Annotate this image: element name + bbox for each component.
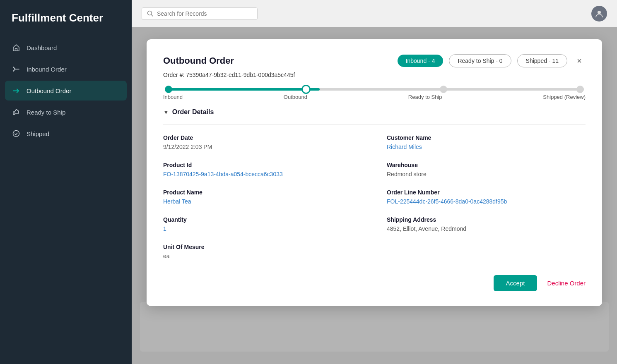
quantity-value: 1 — [163, 225, 362, 232]
badge-ready[interactable]: Ready to Ship - 0 — [449, 54, 511, 67]
label-inbound: Inbound — [163, 94, 183, 100]
search-box[interactable] — [142, 7, 258, 20]
sidebar-item-shipped-label: Shipped — [27, 130, 49, 137]
sidebar-item-outbound[interactable]: Outbound Order — [5, 81, 127, 101]
modal-title: Outbound Order — [163, 55, 234, 66]
step-outbound — [301, 85, 311, 94]
customer-value: Richard Miles — [387, 144, 586, 150]
modal: Outbound Order Inbound - 4 Ready to Ship… — [147, 39, 602, 306]
topbar — [132, 0, 617, 27]
modal-header-right: Inbound - 4 Ready to Ship - 0 Shipped - … — [398, 54, 586, 67]
detail-warehouse: Warehouse Redmond store — [387, 162, 586, 177]
quantity-label: Quantity — [163, 216, 362, 223]
sidebar-item-dashboard-label: Dashboard — [27, 44, 57, 51]
order-id-label: Order #: — [163, 72, 184, 78]
product-id-label: Product Id — [163, 162, 362, 168]
order-line-value: FOL-225444dc-26f5-4666-8da0-0ac4288df95b — [387, 198, 586, 205]
inbound-icon — [12, 65, 21, 74]
outbound-icon — [12, 86, 21, 95]
search-input[interactable] — [157, 10, 252, 17]
sidebar: Fulfillment Center Dashboard Inbound Ord… — [0, 0, 132, 364]
sidebar-nav: Dashboard Inbound Order Outbound Order — [0, 38, 132, 144]
progress-steps — [165, 85, 584, 94]
right-column: Customer Name Richard Miles Warehouse Re… — [387, 134, 586, 271]
progress-track — [165, 88, 584, 91]
detail-customer: Customer Name Richard Miles — [387, 134, 586, 150]
accept-button[interactable]: Accept — [494, 275, 537, 291]
sidebar-item-inbound[interactable]: Inbound Order — [5, 59, 127, 79]
unit-label: Unit Of Mesure — [163, 244, 362, 250]
product-name-label: Product Name — [163, 189, 362, 196]
divider — [163, 124, 586, 125]
main-area: Outbound Order Inbound - 4 Ready to Ship… — [132, 0, 617, 364]
order-line-label: Order Line Number — [387, 189, 586, 196]
avatar — [591, 6, 607, 22]
detail-shipping: Shipping Address 4852, Elliot, Avenue, R… — [387, 216, 586, 232]
badge-inbound[interactable]: Inbound - 4 — [398, 55, 443, 67]
thumb-icon — [12, 108, 21, 117]
sidebar-item-ready-label: Ready to Ship — [27, 109, 65, 116]
svg-rect-0 — [15, 48, 17, 51]
sidebar-item-outbound-label: Outbound Order — [27, 87, 71, 94]
order-id-value: 75390a47-9b32-ed11-9db1-000d3a5c445f — [186, 72, 295, 78]
progress-bar-container — [163, 88, 586, 91]
sidebar-item-dashboard[interactable]: Dashboard — [5, 38, 127, 57]
label-ready: Ready to Ship — [408, 94, 442, 100]
decline-button[interactable]: Decline Order — [547, 280, 586, 287]
modal-footer: Accept Decline Order — [163, 275, 586, 291]
unit-value: ea — [163, 253, 362, 259]
details-grid: Order Date 9/12/2022 2:03 PM Product Id … — [163, 134, 586, 271]
detail-product-id: Product Id FO-13870425-9a13-4bda-a054-bc… — [163, 162, 362, 177]
content-area: Outbound Order Inbound - 4 Ready to Ship… — [132, 27, 617, 364]
badge-shipped[interactable]: Shipped - 11 — [517, 54, 567, 67]
detail-unit: Unit Of Mesure ea — [163, 244, 362, 259]
step-shipped — [576, 86, 584, 93]
sidebar-item-inbound-label: Inbound Order — [27, 66, 67, 73]
order-date-value: 9/12/2022 2:03 PM — [163, 144, 362, 150]
close-button[interactable]: × — [573, 55, 586, 67]
shipping-label: Shipping Address — [387, 216, 586, 223]
shipping-value: 4852, Elliot, Avenue, Redmond — [387, 225, 586, 232]
label-outbound: Outbound — [284, 94, 307, 100]
home-icon — [12, 43, 21, 52]
chevron-down-icon: ▼ — [163, 109, 169, 115]
warehouse-value: Redmond store — [387, 171, 586, 177]
svg-rect-1 — [13, 112, 15, 115]
app-title: Fulfillment Center — [0, 0, 132, 38]
svg-point-2 — [13, 131, 19, 137]
order-details-toggle[interactable]: ▼ Order Details — [163, 108, 586, 116]
warehouse-label: Warehouse — [387, 162, 586, 168]
search-icon — [147, 10, 154, 17]
detail-order-line: Order Line Number FOL-225444dc-26f5-4666… — [387, 189, 586, 205]
progress-labels: Inbound Outbound Ready to Ship Shipped (… — [163, 94, 586, 100]
detail-quantity: Quantity 1 — [163, 216, 362, 232]
detail-order-date: Order Date 9/12/2022 2:03 PM — [163, 134, 362, 150]
modal-header: Outbound Order Inbound - 4 Ready to Ship… — [163, 54, 586, 67]
step-inbound — [165, 86, 172, 93]
detail-product-name: Product Name Herbal Tea — [163, 189, 362, 205]
check-icon — [12, 129, 21, 138]
sidebar-item-shipped[interactable]: Shipped — [5, 124, 127, 144]
step-ready — [440, 86, 447, 93]
product-name-value: Herbal Tea — [163, 198, 362, 205]
product-id-value: FO-13870425-9a13-4bda-a054-bcecca6c3033 — [163, 171, 362, 177]
left-column: Order Date 9/12/2022 2:03 PM Product Id … — [163, 134, 362, 271]
order-date-label: Order Date — [163, 134, 362, 141]
order-id-line: Order #: 75390a47-9b32-ed11-9db1-000d3a5… — [163, 72, 586, 78]
order-details-label: Order Details — [172, 108, 214, 116]
sidebar-item-ready[interactable]: Ready to Ship — [5, 102, 127, 122]
label-shipped: Shipped (Review) — [543, 94, 586, 100]
svg-point-4 — [598, 11, 601, 14]
customer-label: Customer Name — [387, 134, 586, 141]
